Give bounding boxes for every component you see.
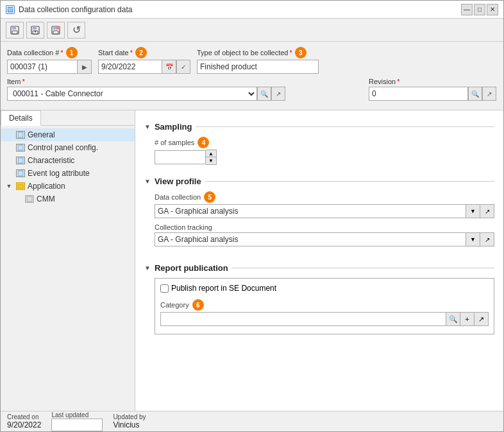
- last-updated-label: Last updated: [51, 411, 103, 419]
- save-button-2[interactable]: [26, 22, 44, 39]
- updated-by-field: Updated by Vinicius: [113, 413, 146, 429]
- svg-rect-14: [18, 132, 23, 137]
- sampling-section-header: ▼ Sampling: [144, 122, 494, 132]
- save-button-1[interactable]: [6, 22, 24, 39]
- sampling-title: Sampling: [155, 122, 192, 132]
- node-icon-characteristic: [16, 157, 25, 164]
- collection-tracking-edit[interactable]: ↗: [480, 232, 494, 246]
- sidebar-item-event-log[interactable]: Event log attribute: [1, 167, 135, 180]
- tree-area: General Control panel config. Ch: [1, 126, 135, 208]
- save-button-3[interactable]: [47, 22, 65, 39]
- vp-data-collection-edit[interactable]: ↗: [480, 204, 494, 218]
- collection-tracking-group: GA - Graphical analysis ▼ ↗: [155, 232, 494, 246]
- view-profile-divider: [205, 181, 494, 182]
- category-input[interactable]: [160, 312, 446, 326]
- category-open-btn[interactable]: ↗: [475, 312, 489, 326]
- sidebar-item-general[interactable]: General: [1, 128, 135, 141]
- num-samples-input[interactable]: [155, 150, 206, 164]
- date-confirm-button[interactable]: ✓: [176, 60, 190, 74]
- sidebar-item-control-panel[interactable]: Control panel config.: [1, 141, 135, 154]
- view-profile-title: View profile: [155, 177, 201, 186]
- svg-rect-17: [18, 171, 23, 176]
- view-profile-collapse-btn[interactable]: ▼: [144, 178, 151, 185]
- calendar-button[interactable]: 📅: [162, 60, 176, 74]
- sampling-collapse-btn[interactable]: ▼: [144, 123, 151, 130]
- badge-1: 1: [66, 47, 78, 58]
- vp-data-collection-group: GA - Graphical analysis ▼ ↗: [155, 204, 494, 218]
- item-input-group: 000011 - Cable Connector 🔍 ↗: [7, 87, 362, 101]
- updated-by-label: Updated by: [113, 413, 146, 420]
- category-row: 🔍 + ↗: [160, 312, 489, 326]
- tab-details[interactable]: Details: [1, 110, 41, 126]
- main-area: Details General Control pan: [1, 110, 503, 411]
- vp-data-collection-select[interactable]: GA - Graphical analysis: [155, 204, 466, 218]
- vp-data-collection-label: Data collection 5: [155, 191, 494, 203]
- item-label: Item *: [7, 78, 362, 85]
- spinner-up[interactable]: ▲: [206, 150, 216, 157]
- svg-point-13: [56, 26, 60, 30]
- report-divider: [232, 268, 494, 268]
- sidebar-item-cmm[interactable]: CMM: [1, 193, 135, 205]
- sidebar-item-application[interactable]: ▼ Application: [1, 180, 135, 193]
- start-date-group: Start date * 2 📅 ✓: [98, 47, 190, 74]
- badge-6: 6: [192, 299, 204, 311]
- report-collapse-btn[interactable]: ▼: [144, 264, 151, 272]
- revision-input-group: 🔍 ↗: [369, 87, 497, 101]
- folder-icon-application: [16, 182, 25, 190]
- sampling-content: # of samples 4 ▲ ▼: [144, 137, 494, 171]
- badge-5: 5: [204, 191, 215, 203]
- data-collection-input[interactable]: [7, 60, 78, 74]
- title-bar-left: Data collection configuration data: [6, 5, 132, 14]
- content-area: ▼ Sampling # of samples 4 ▲ ▼: [135, 110, 503, 411]
- node-icon-general: [16, 131, 25, 139]
- type-of-object-input-group: [197, 60, 319, 74]
- revision-input[interactable]: [369, 87, 468, 101]
- publish-checkbox-row: Publish report in SE Document: [160, 284, 489, 293]
- report-box: Publish report in SE Document Category 6…: [155, 278, 494, 334]
- sidebar-label-characteristic: Characteristic: [28, 156, 74, 165]
- node-icon-control-panel: [16, 144, 25, 151]
- collection-tracking-select[interactable]: GA - Graphical analysis: [155, 232, 466, 246]
- data-collection-nav-button[interactable]: ▶: [78, 60, 92, 74]
- close-button[interactable]: ✕: [487, 4, 498, 15]
- svg-rect-8: [33, 26, 37, 30]
- item-open-button[interactable]: ↗: [271, 87, 285, 101]
- title-bar: Data collection configuration data — □ ✕: [1, 1, 503, 19]
- category-add-btn[interactable]: +: [460, 312, 475, 326]
- window-controls: — □ ✕: [461, 4, 498, 15]
- sampling-divider: [196, 126, 494, 127]
- expand-icon: [4, 130, 13, 139]
- revision-search-button[interactable]: 🔍: [468, 87, 482, 101]
- last-updated-input[interactable]: [51, 419, 103, 431]
- sidebar-label-cmm: CMM: [37, 194, 55, 203]
- sidebar-item-characteristic[interactable]: Characteristic: [1, 154, 135, 167]
- item-select[interactable]: 000011 - Cable Connector: [7, 87, 257, 101]
- toolbar: ↺: [1, 19, 503, 42]
- start-date-label: Start date * 2: [98, 47, 190, 58]
- svg-rect-12: [53, 31, 58, 34]
- revision-open-button[interactable]: ↗: [482, 87, 496, 101]
- collection-tracking-label: Collection tracking: [155, 223, 494, 231]
- start-date-input[interactable]: [98, 60, 162, 74]
- svg-rect-6: [12, 31, 17, 34]
- svg-rect-15: [18, 145, 23, 150]
- category-search-btn[interactable]: 🔍: [446, 312, 460, 326]
- num-samples-label: # of samples 4: [155, 137, 494, 148]
- status-bar: Created on 9/20/2022 Last updated Update…: [1, 411, 503, 431]
- refresh-button[interactable]: ↺: [67, 22, 85, 39]
- data-collection-label: Data collection # * 1: [7, 47, 92, 58]
- created-on-label: Created on: [7, 413, 41, 420]
- spinner-down[interactable]: ▼: [206, 157, 216, 164]
- maximize-button[interactable]: □: [474, 4, 485, 15]
- vp-data-collection-arrow[interactable]: ▼: [466, 204, 480, 218]
- badge-2: 2: [135, 47, 147, 58]
- tabs-bar: Details: [1, 110, 135, 126]
- view-profile-content: Data collection 5 GA - Graphical analysi…: [144, 191, 494, 258]
- type-of-object-input[interactable]: [197, 60, 319, 74]
- item-browse-button[interactable]: 🔍: [257, 87, 271, 101]
- collection-tracking-arrow[interactable]: ▼: [466, 232, 480, 246]
- collapse-arrow-application[interactable]: ▼: [4, 182, 13, 191]
- updated-by-value: Vinicius: [113, 420, 146, 429]
- publish-checkbox[interactable]: [160, 284, 169, 293]
- minimize-button[interactable]: —: [461, 4, 473, 15]
